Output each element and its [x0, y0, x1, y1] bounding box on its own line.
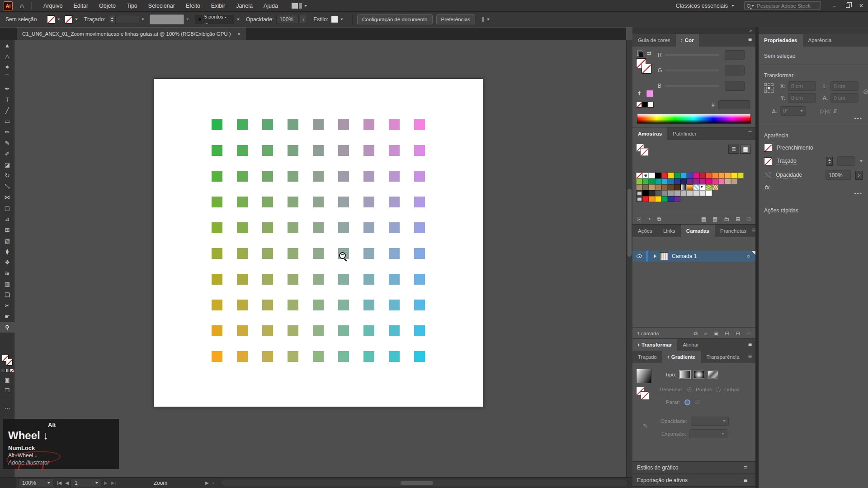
swatch[interactable] [706, 178, 712, 184]
more-options-icon[interactable]: ••• [759, 116, 868, 122]
swatch[interactable] [655, 190, 661, 196]
grid-square[interactable] [389, 145, 400, 156]
swatch[interactable] [699, 178, 706, 184]
perspective-grid-tool[interactable]: ⊿ [0, 213, 14, 224]
swatch[interactable] [674, 178, 680, 184]
grid-square[interactable] [414, 222, 425, 233]
swatch-options-icon[interactable]: ▤ [712, 216, 717, 222]
panel-menu-icon[interactable] [748, 352, 752, 360]
grid-square[interactable] [338, 197, 349, 207]
grid-square[interactable] [212, 248, 222, 259]
swatch[interactable] [693, 184, 699, 190]
swatch[interactable] [674, 173, 680, 178]
scrollbar-handle[interactable] [401, 481, 433, 485]
grid-square[interactable] [212, 197, 222, 207]
tab-camadas[interactable]: Camadas [681, 225, 715, 237]
grid-square[interactable] [288, 145, 298, 156]
grid-square[interactable] [212, 274, 222, 285]
grid-square[interactable] [212, 119, 222, 130]
swatch[interactable] [687, 173, 693, 178]
clipping-mask-icon[interactable]: ▣ [713, 330, 718, 337]
document-setup-button[interactable]: Configuração de documento [357, 14, 433, 24]
paintbrush-tool[interactable]: ✏ [0, 127, 14, 137]
grid-square[interactable] [288, 325, 298, 336]
stroke-swatch[interactable] [6, 359, 13, 366]
visibility-eye-icon[interactable] [637, 254, 642, 258]
grid-square[interactable] [262, 222, 273, 233]
menu-exibir[interactable]: Exibir [206, 3, 231, 9]
grid-square[interactable] [363, 119, 374, 130]
brush-definition[interactable]: 5 pontos - ... [195, 15, 234, 24]
effects-button[interactable]: fx. [759, 182, 868, 191]
column-graph-tool[interactable]: ▥ [0, 278, 14, 289]
delete-stop-icon[interactable] [695, 399, 699, 406]
swatch[interactable] [712, 178, 718, 184]
angle-value[interactable]: 0° [780, 106, 806, 116]
fill-stroke-indicator[interactable] [1, 354, 13, 366]
shaper-tool[interactable]: ✐ [0, 148, 14, 159]
opacity-label[interactable]: Opacidade [776, 172, 802, 179]
stroke-weight-value[interactable] [116, 15, 139, 24]
swatch[interactable] [687, 184, 693, 190]
swap-fill-stroke-icon[interactable] [647, 50, 651, 56]
menu-arquivo[interactable]: Arquivo [38, 3, 68, 9]
grid-square[interactable] [313, 222, 324, 233]
minimize-button[interactable] [827, 0, 841, 11]
grid-square[interactable] [262, 351, 273, 362]
menu-janela[interactable]: Janela [231, 3, 258, 9]
grid-square[interactable] [414, 248, 425, 259]
swatch[interactable] [725, 173, 731, 178]
tab-aparencia[interactable]: Aparência [803, 34, 837, 47]
preferences-button[interactable]: Preferências [436, 14, 476, 24]
grid-square[interactable] [262, 119, 273, 130]
chevron-down-icon[interactable] [57, 19, 60, 20]
grid-square[interactable] [262, 197, 273, 207]
grid-square[interactable] [237, 171, 248, 182]
swatch[interactable] [668, 190, 674, 196]
grid-square[interactable] [262, 248, 273, 259]
grid-view-button[interactable]: ▦ [740, 145, 751, 154]
swatch[interactable] [668, 173, 674, 178]
workspace-switcher[interactable]: Clássicos essenciais [676, 3, 728, 9]
grid-square[interactable] [338, 300, 349, 310]
tab-guia-de-cores[interactable]: Guia de cores [632, 34, 676, 47]
grid-square[interactable] [212, 300, 222, 310]
menu-tipo[interactable]: Tipo [121, 3, 143, 9]
grid-square[interactable] [338, 119, 349, 130]
grid-square[interactable] [414, 351, 425, 362]
free-transform-tool[interactable]: ▢ [0, 202, 14, 213]
grid-square[interactable] [212, 351, 222, 362]
chevron-down-icon[interactable] [860, 160, 863, 162]
grid-square[interactable] [363, 248, 374, 259]
swatch[interactable] [636, 178, 642, 184]
grid-square[interactable] [363, 274, 374, 285]
panel-menu-icon[interactable] [748, 129, 752, 136]
grid-square[interactable] [237, 300, 248, 310]
swatch[interactable] [680, 173, 687, 178]
tab-transformar[interactable]: ▴▾Transformar [632, 339, 677, 351]
color-spectrum-bar[interactable] [637, 114, 751, 124]
grid-square[interactable] [288, 300, 298, 310]
swatch[interactable] [661, 190, 668, 196]
fill-stroke-indicator[interactable] [636, 387, 649, 400]
menu-efeito[interactable]: Efeito [180, 3, 206, 9]
gradient-mode-button[interactable] [5, 369, 9, 373]
swatch[interactable] [718, 178, 725, 184]
channel-slider-b[interactable] [665, 85, 719, 87]
menu-objeto[interactable]: Objeto [94, 3, 121, 9]
expansion-dropdown[interactable] [689, 429, 727, 438]
layer-name[interactable]: Camada 1 [672, 253, 697, 259]
swatch[interactable] [655, 173, 661, 178]
grid-square[interactable] [288, 222, 298, 233]
line-segment-tool[interactable]: ╱ [0, 105, 14, 116]
status-expand-icon[interactable]: ‹ [212, 480, 214, 485]
swatch[interactable] [725, 178, 731, 184]
eyedropper-icon[interactable] [642, 421, 648, 429]
fill-color-swatch[interactable] [47, 15, 55, 23]
tab-transparencia[interactable]: Transparência [701, 351, 745, 363]
swatch[interactable] [649, 196, 655, 202]
zoom-tool[interactable]: ⚲ [0, 322, 14, 333]
hand-tool[interactable]: ☛ [0, 311, 14, 322]
swatch[interactable] [661, 196, 668, 202]
graphic-style-swatch[interactable] [331, 16, 338, 23]
